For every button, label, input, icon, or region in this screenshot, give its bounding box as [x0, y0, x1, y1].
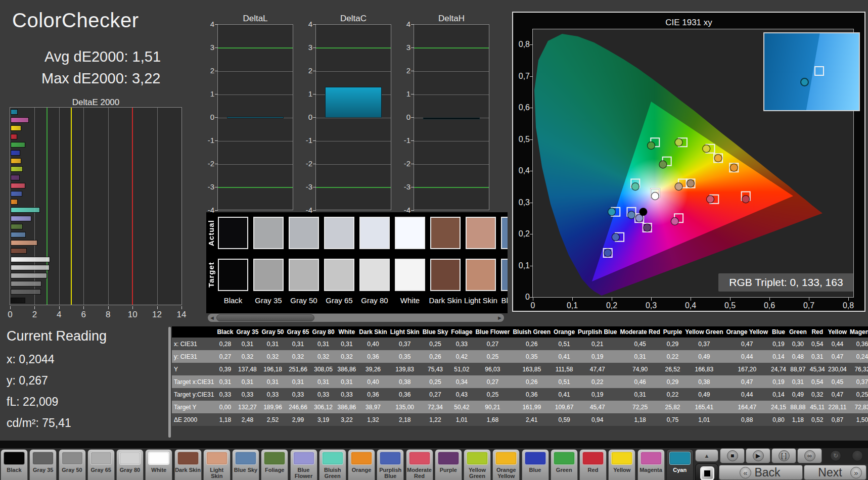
- deltah-tick-0: [411, 117, 414, 118]
- deltae2000-chart-title: DeltaE 2000: [10, 98, 182, 108]
- deltal-tick-label-2: 2: [203, 66, 214, 75]
- interval-button[interactable]: [·]: [771, 448, 796, 463]
- toolbar-patch-blue[interactable]: Blue: [522, 449, 549, 480]
- cell-target-y-cie31-blue-flower: 0,25: [474, 388, 511, 401]
- swatch-gray-35: [32, 452, 54, 465]
- toolbar-patch-yellow[interactable]: Yellow: [608, 449, 635, 480]
- cell-target-y-gray-50: 189,96: [260, 401, 285, 413]
- swatch-purple: [438, 452, 459, 465]
- cell-y-cie31-red: 0,31: [808, 350, 827, 363]
- toolbar-patch-red[interactable]: Red: [579, 449, 607, 480]
- toolbar-patch-gray-80[interactable]: Gray 80: [116, 449, 144, 480]
- toolbar-patch-label-gray-50: Gray 50: [59, 467, 85, 473]
- toolbar-patch-label-moderate-red: Moderate Red: [406, 467, 433, 479]
- deltae-bar-dark-skin: [11, 248, 27, 254]
- deltah-title: DeltaH: [414, 14, 489, 24]
- cell-x-cie31-magenta: 0,36: [848, 338, 868, 350]
- deltae-bar-foliage: [11, 224, 23, 229]
- toolbar-patch-blue-flower[interactable]: Blue Flower: [290, 449, 317, 480]
- next-button[interactable]: Next »: [804, 465, 866, 480]
- cell-x-cie31-moderate-red: 0,45: [618, 338, 661, 350]
- toolbar-patch-label-black: Black: [1, 467, 27, 473]
- toolbar-patch-orange[interactable]: Orange: [348, 449, 375, 480]
- toolbar-patch-gray-50[interactable]: Gray 50: [59, 449, 86, 480]
- x-tick-4: [59, 306, 60, 309]
- deltal-tick-1: [215, 94, 218, 94]
- cell-target-x-cie31-moderate-red: 0,46: [618, 375, 661, 388]
- toolbar-patch-cyan[interactable]: Cyan: [666, 449, 694, 480]
- loop-button[interactable]: ∞: [797, 448, 822, 463]
- cell-x-cie31-orange-yellow: 0,47: [725, 338, 769, 350]
- window-pattern-button[interactable]: [695, 463, 718, 480]
- toolbar-patch-light-skin[interactable]: Light Skin: [203, 449, 231, 480]
- toolbar-patch-orange-yellow[interactable]: Orange Yellow: [492, 449, 520, 480]
- pattern-controls: ▲: [695, 449, 718, 480]
- col-header-yellow-green: Yellow Green: [683, 326, 724, 338]
- table-row-target-x-cie31: Target x:CIE310,310,310,310,310,310,310,…: [172, 375, 868, 388]
- toolbar-patch-purplish-blue[interactable]: Purplish Blue: [377, 449, 404, 480]
- toolbar-patch-gray-35[interactable]: Gray 35: [29, 449, 57, 480]
- cell-target-x-cie31-yellow: 0,45: [827, 375, 848, 388]
- cell-y-bluish-green: 163,85: [511, 363, 552, 375]
- inset-target-point: [814, 66, 824, 76]
- patch-label-gray-65: Gray 65: [322, 296, 357, 305]
- gridline-y-2: [316, 71, 391, 72]
- cell-y-cie31-gray-50: 0,32: [260, 350, 285, 363]
- deltac-tick-1: [313, 94, 316, 94]
- deltal-tick-label-4: 4: [203, 20, 214, 28]
- measured-marker-black: [639, 208, 647, 216]
- gridline-y--1: [414, 141, 489, 141]
- back-button[interactable]: « Back: [719, 465, 803, 480]
- swatch-green: [554, 452, 575, 465]
- cell-x-cie31-white: 0,31: [336, 338, 358, 350]
- patch-scrollbar[interactable]: ◄ ►: [208, 314, 504, 322]
- scroll-right-icon[interactable]: ►: [496, 314, 504, 321]
- cell-e-2000-gray-80: 3,19: [311, 413, 336, 426]
- deltah-tick--1: [411, 140, 414, 141]
- cell-y-cie31-foliage: 0,42: [449, 350, 474, 363]
- toolbar-patch-foliage[interactable]: Foliage: [261, 449, 288, 480]
- toolbar-patch-magenta[interactable]: Magenta: [637, 449, 665, 480]
- cell-x-cie31-gray-50: 0,31: [260, 338, 285, 350]
- toolbar-patch-green[interactable]: Green: [551, 449, 578, 480]
- record-button[interactable]: [847, 448, 868, 463]
- toolbar-patch-gray-65[interactable]: Gray 65: [87, 449, 115, 480]
- cell-target-x-cie31-purplish-blue: 0,22: [576, 375, 618, 388]
- measured-marker-yellow-green: [675, 138, 682, 146]
- toolbar-patch-white[interactable]: White: [145, 449, 172, 480]
- gridline-y-3: [316, 47, 391, 49]
- actual-row-label: Actual: [207, 217, 217, 249]
- col-header-orange-yellow: Orange Yellow: [725, 326, 769, 338]
- cie-ytick-6: [530, 108, 533, 108]
- measured-marker-white: [651, 193, 659, 200]
- pattern-up-button[interactable]: ▲: [695, 449, 718, 462]
- cell-target-y-cie31-light-skin: 0,36: [389, 388, 421, 401]
- toolbar-patch-dark-skin[interactable]: Dark Skin: [174, 449, 202, 480]
- deltac-tick-3: [313, 47, 316, 48]
- scroll-left-icon[interactable]: ◄: [208, 314, 216, 321]
- toolbar-patch-purple[interactable]: Purple: [435, 449, 462, 480]
- toolbar-patch-bluish-green[interactable]: Bluish Green: [319, 449, 346, 480]
- actual-patch-gray-65: [324, 217, 354, 249]
- cell-e-2000-gray-50: 2,52: [260, 413, 285, 426]
- cell-y-cie31-orange: 0,41: [552, 350, 576, 363]
- refresh-button[interactable]: ↻: [825, 448, 846, 463]
- cell-target-y-cie31-blue: 0,14: [769, 388, 788, 401]
- toolbar-patch-yellow-green[interactable]: Yellow Green: [464, 449, 491, 480]
- stop-button[interactable]: ■: [720, 448, 745, 463]
- toolbar-patch-moderate-red[interactable]: Moderate Red: [406, 449, 433, 480]
- table-left-strip: [168, 327, 171, 438]
- toolbar-patch-blue-sky[interactable]: Blue Sky: [232, 449, 259, 480]
- transport-and-nav: ■▶[·]∞↻ « Back Next »: [719, 448, 868, 480]
- deltae-bar-orange-yellow: [11, 158, 21, 164]
- cell-x-cie31-blue-flower: 0,27: [474, 338, 511, 350]
- cell-y-cie31-gray-65: 0,32: [286, 350, 311, 363]
- deltal-tick-4: [215, 24, 218, 25]
- cell-target-y-cie31-gray-35: 0,33: [235, 388, 260, 401]
- toolbar-patch-black[interactable]: Black: [1, 449, 28, 480]
- toolbar-patch-label-blue-flower: Blue Flower: [291, 467, 317, 479]
- play-button[interactable]: ▶: [746, 448, 770, 463]
- scrollbar-thumb[interactable]: [216, 314, 314, 321]
- toolbar-patch-label-yellow-green: Yellow Green: [464, 467, 490, 479]
- deltac-tick-label-2: 2: [301, 66, 312, 75]
